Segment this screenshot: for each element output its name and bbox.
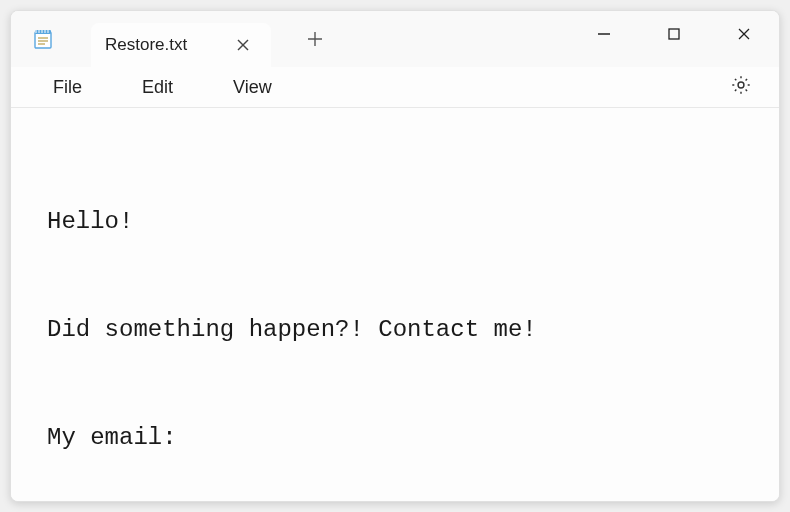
svg-rect-1 <box>35 30 51 34</box>
editor-line: Hello! <box>47 204 747 240</box>
svg-rect-0 <box>35 32 51 48</box>
settings-button[interactable] <box>721 67 761 107</box>
gear-icon <box>730 74 752 100</box>
maximize-button[interactable] <box>639 11 709 57</box>
svg-point-18 <box>738 82 744 88</box>
notepad-app-icon <box>31 27 55 51</box>
window-controls <box>569 11 779 67</box>
notepad-window: Restore.txt <box>10 10 780 502</box>
menu-view[interactable]: View <box>209 69 296 106</box>
svg-rect-15 <box>669 29 679 39</box>
menubar: File Edit View <box>11 67 779 108</box>
editor-line: Did something happen?! Contact me! <box>47 312 747 348</box>
editor-line: My email: <box>47 420 747 456</box>
tab-title: Restore.txt <box>105 35 229 55</box>
minimize-button[interactable] <box>569 11 639 57</box>
menu-edit[interactable]: Edit <box>118 69 197 106</box>
titlebar: Restore.txt <box>11 11 779 67</box>
text-editor-area[interactable]: Hello! Did something happen?! Contact me… <box>11 108 779 502</box>
new-tab-button[interactable] <box>295 19 335 59</box>
close-window-button[interactable] <box>709 11 779 57</box>
close-tab-icon[interactable] <box>229 31 257 59</box>
menu-file[interactable]: File <box>29 69 106 106</box>
tab-restore[interactable]: Restore.txt <box>91 23 271 67</box>
